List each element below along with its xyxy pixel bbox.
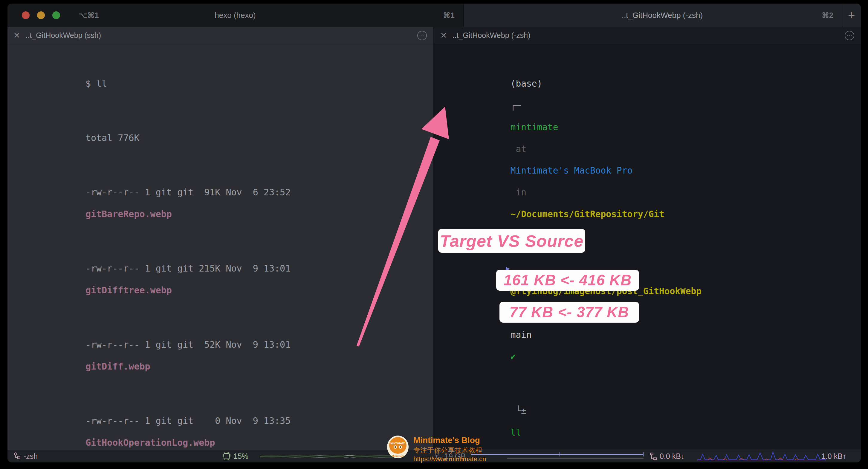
traffic-lights (22, 11, 60, 19)
mintimate-logo: MINTIMATE Mintimate (387, 436, 409, 458)
cpu-chip-icon (222, 452, 231, 461)
tab2-shortcut: ⌘2 (822, 11, 833, 20)
terminal-text-segment: mintimate (510, 122, 558, 132)
terminal-text-segment: -rw-r--r-- 1 git git 215K Nov 9 13:01 (86, 263, 296, 274)
tab1-shortcut: ⌘1 (443, 11, 455, 20)
pane-menu-icon[interactable]: ··· (845, 31, 854, 40)
terminal-line: -rw-r--r-- 1 git git 91K Nov 6 23:52 git… (10, 155, 433, 231)
network-up-rate: 1.0 kB↑ (822, 452, 846, 461)
session-indicator: -zsh (13, 452, 38, 461)
left-terminal-content[interactable]: $ ll total 776K -rw-r--r-- 1 git git 91K… (7, 44, 433, 449)
tab1-title: hexo (hexo) (7, 11, 463, 20)
terminal-text-segment: in (510, 187, 532, 197)
cpu-usage: 15% (234, 452, 248, 461)
network-icon (650, 452, 657, 460)
terminal-line: ▶ @flyinbug/imageHost/post_GitHookWebp o… (436, 231, 861, 373)
terminal-text-segment: GitHookOperationLog.webp (86, 437, 215, 448)
terminal-line: └± ll (436, 373, 861, 449)
terminal-line: -rw-r--r-- 1 git git 52K Nov 9 13:01 git… (10, 307, 433, 383)
terminal-text-segment: Mintimate's MacBook Pro (510, 166, 633, 176)
terminal-line: -rw-r--r-- 1 git git 215K Nov 9 13:01 gi… (10, 231, 433, 307)
cpu-indicator: 15% (222, 452, 248, 461)
terminal-window: ⌥⌘1 hexo (hexo) ⌘1 ..t_GitHookWebp (-zsh… (7, 4, 861, 462)
terminal-text-segment: ~/Documents/GitRepository/Git (510, 209, 664, 219)
terminal-text-segment: ll (510, 428, 521, 438)
terminal-line: -rw-r--r-- 1 git git 0 Nov 9 13:35 GitHo… (10, 383, 433, 449)
minimize-window-button[interactable] (37, 11, 45, 19)
network-up-indicator: 1.0 kB↑ (822, 452, 846, 461)
terminal-text-segment: at (510, 144, 532, 154)
terminal-line: $ ll (10, 46, 433, 100)
left-pane-title: ..t_GitHookWebp (ssh) (26, 31, 101, 40)
close-pane-icon[interactable]: ✕ (13, 31, 20, 40)
watermark-title: Mintimate's Blog (413, 436, 486, 445)
tab1-shortcut-alt: ⌥⌘1 (79, 11, 99, 20)
session-tree-icon (13, 452, 21, 460)
terminal-text-segment: gitBareRepo.webp (86, 209, 172, 219)
network-down-indicator: 0.0 kB↓ (650, 452, 684, 461)
terminal-text-segment: gitDifftree.webp (86, 285, 172, 296)
left-pane-ssh: ✕ ..t_GitHookWebp (ssh) ··· $ ll t (7, 27, 433, 449)
right-pane-title: ..t_GitHookWebp (-zsh) (453, 31, 531, 40)
terminal-text-segment: main (510, 330, 532, 340)
terminal-text-segment: @flyinbug/imageHost/post_GitHookWebp (510, 286, 702, 296)
terminal-text-segment: on (510, 308, 532, 318)
pane-menu-icon[interactable]: ··· (417, 31, 427, 40)
terminal-line: (base) ┌─ mintimate at Mintimate's MacBo… (436, 46, 861, 231)
logo-text: MINTIMATE (387, 442, 409, 445)
watermark-subtitle: 专注于你分享技术教程 (413, 446, 486, 455)
right-pane-zsh: ✕ ..t_GitHookWebp (-zsh) ··· (base) ┌─ m… (433, 27, 861, 449)
right-pane-header: ✕ ..t_GitHookWebp (-zsh) ··· (434, 27, 861, 44)
terminal-text-segment: $ ll (86, 78, 107, 89)
terminal-text-segment: total 776K (86, 133, 140, 143)
tab-githookwebp[interactable]: ..t_GitHookWebp (-zsh) ⌘2 + (464, 4, 861, 27)
close-pane-icon[interactable]: ✕ (440, 31, 447, 40)
terminal-text-segment: ✔ (510, 351, 516, 362)
terminal-line: total 776K (10, 100, 433, 155)
window-tab-bar: ⌥⌘1 hexo (hexo) ⌘1 ..t_GitHookWebp (-zsh… (7, 4, 861, 27)
split-panes: ✕ ..t_GitHookWebp (ssh) ··· $ ll t (7, 27, 861, 449)
logo-script: Mintimate (387, 455, 409, 458)
terminal-text-segment: ┌─ (510, 100, 521, 110)
terminal-text-segment: -rw-r--r-- 1 git git 52K Nov 9 13:01 (86, 339, 296, 350)
terminal-text-segment: -rw-r--r-- 1 git git 0 Nov 9 13:35 (86, 415, 296, 426)
cpu-sparkline (260, 451, 401, 461)
close-window-button[interactable] (22, 11, 30, 19)
session-name: -zsh (24, 452, 38, 461)
owl-eyes-icon (387, 445, 409, 449)
terminal-text-segment: -rw-r--r-- 1 git git 91K Nov 6 23:52 (86, 187, 296, 197)
network-graph (697, 451, 826, 461)
left-pane-header: ✕ ..t_GitHookWebp (ssh) ··· (7, 27, 433, 44)
right-terminal-content[interactable]: (base) ┌─ mintimate at Mintimate's MacBo… (434, 44, 861, 449)
zoom-window-button[interactable] (52, 11, 60, 19)
blog-watermark: MINTIMATE Mintimate Mintimate's Blog 专注于… (387, 436, 486, 463)
tab2-title: ..t_GitHookWebp (-zsh) (622, 11, 703, 20)
tab-hexo[interactable]: ⌥⌘1 hexo (hexo) ⌘1 (7, 4, 464, 27)
terminal-text-segment: (base) (510, 78, 548, 89)
network-down-rate: 0.0 kB↓ (660, 452, 684, 461)
terminal-text-segment: gitDiff.webp (86, 361, 150, 372)
memory-graph (471, 451, 645, 461)
terminal-text-segment: └± (510, 406, 532, 416)
new-tab-button[interactable]: + (842, 4, 861, 27)
watermark-url: https://www.mintimate.cn (413, 455, 486, 463)
